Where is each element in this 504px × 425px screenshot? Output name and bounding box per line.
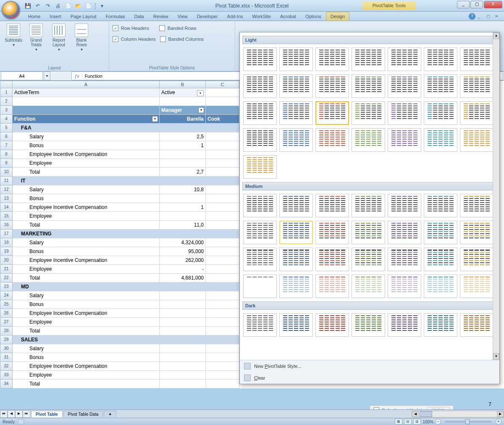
pivot-row-item[interactable]: Total: [13, 274, 160, 282]
pivot-value[interactable]: [160, 371, 206, 380]
cell[interactable]: [206, 177, 239, 185]
style-thumb[interactable]: [352, 248, 385, 271]
banded-rows-checkbox[interactable]: Banded Rows: [159, 25, 197, 31]
style-thumb[interactable]: [388, 48, 421, 71]
pivot-row-item[interactable]: Salary: [13, 238, 160, 247]
cell[interactable]: [206, 88, 239, 97]
row-field-dropdown-icon[interactable]: ▾: [152, 116, 158, 122]
row-header[interactable]: 16: [0, 221, 13, 230]
pivot-row-item[interactable]: Bonus: [13, 194, 160, 203]
prev-sheet-button[interactable]: ◀: [8, 410, 15, 418]
style-thumb[interactable]: [460, 194, 494, 217]
row-header[interactable]: 12: [0, 185, 13, 194]
style-thumb[interactable]: [279, 74, 313, 98]
cell[interactable]: [160, 177, 206, 185]
row-header[interactable]: 5: [0, 124, 13, 132]
cell[interactable]: [206, 256, 239, 265]
clear-style-menu[interactable]: Clear: [240, 372, 499, 384]
pivot-group-marketing[interactable]: MARKETING: [13, 230, 160, 238]
style-thumb[interactable]: [279, 48, 313, 71]
row-header[interactable]: 1: [0, 88, 13, 97]
filter-dropdown-icon[interactable]: ▾: [197, 90, 204, 96]
style-thumb[interactable]: [424, 248, 457, 271]
mdi-restore[interactable]: ▢: [486, 14, 492, 19]
row-header[interactable]: 13: [0, 194, 13, 203]
cell[interactable]: [206, 203, 239, 212]
zoom-slider-thumb[interactable]: [465, 419, 470, 424]
style-thumb[interactable]: [315, 128, 349, 152]
cell[interactable]: [206, 318, 239, 327]
style-thumb[interactable]: [279, 194, 313, 217]
row-header[interactable]: 33: [0, 371, 13, 380]
qat-new[interactable]: 📄: [84, 2, 92, 10]
style-thumb[interactable]: [315, 101, 349, 125]
pivot-value[interactable]: 10,8: [160, 185, 206, 194]
row-header[interactable]: 10: [0, 168, 13, 177]
pivot-value[interactable]: 2,7: [160, 168, 206, 177]
scroll-down-arrow[interactable]: ▼: [493, 353, 499, 360]
tab-page-layout[interactable]: Page Layout: [66, 12, 101, 21]
row-header[interactable]: 26: [0, 309, 13, 318]
sheet-tab-pivot-table[interactable]: Pivot Table: [31, 411, 63, 417]
mdi-close[interactable]: ✕: [495, 14, 501, 19]
row-header[interactable]: 17: [0, 230, 13, 238]
pivot-value[interactable]: 1: [160, 141, 206, 150]
name-box-dropdown[interactable]: ▾: [44, 71, 50, 80]
report-layout-button[interactable]: Report Layout▾: [49, 23, 69, 52]
row-header[interactable]: 14: [0, 203, 13, 212]
style-thumb[interactable]: [460, 74, 494, 98]
row-header[interactable]: 9: [0, 159, 13, 168]
banded-columns-checkbox[interactable]: Banded Columns: [160, 36, 204, 42]
hscroll-left[interactable]: ◀: [412, 411, 419, 417]
row-header[interactable]: 21: [0, 265, 13, 274]
cell[interactable]: [206, 380, 239, 388]
style-thumb[interactable]: [315, 221, 349, 244]
first-sheet-button[interactable]: ⏮: [0, 410, 8, 418]
cell[interactable]: [206, 371, 239, 380]
row-header[interactable]: 31: [0, 353, 13, 362]
zoom-out-button[interactable]: −: [435, 419, 441, 425]
qat-print[interactable]: 🖨: [54, 2, 62, 10]
tab-acrobat[interactable]: Acrobat: [276, 12, 301, 21]
cell[interactable]: [206, 212, 239, 221]
column-field-dropdown-icon[interactable]: ▾: [198, 107, 204, 113]
pivot-row-item[interactable]: Bonus: [13, 300, 160, 309]
style-thumb[interactable]: [460, 48, 494, 71]
qat-save[interactable]: 💾: [24, 2, 32, 10]
row-header[interactable]: 20: [0, 256, 13, 265]
pivot-value[interactable]: [160, 309, 206, 318]
style-thumb[interactable]: [315, 48, 349, 71]
maximize-button[interactable]: ▢: [470, 1, 483, 8]
tab-developer[interactable]: Developer: [192, 12, 222, 21]
style-thumb[interactable]: [352, 313, 385, 337]
row-header[interactable]: 27: [0, 318, 13, 327]
column-field-header[interactable]: Manager▾: [160, 106, 206, 115]
office-button[interactable]: [2, 1, 20, 19]
style-thumb[interactable]: [388, 101, 421, 125]
cell[interactable]: [206, 159, 239, 168]
sheet-tab-pivot-table-data[interactable]: Pivot Table Data: [63, 411, 103, 417]
style-thumb[interactable]: [460, 128, 494, 152]
style-thumb[interactable]: [315, 194, 349, 217]
tab-options[interactable]: Options: [301, 12, 326, 21]
row-header[interactable]: 22: [0, 274, 13, 282]
pivot-row-item[interactable]: Total: [13, 327, 160, 335]
cell[interactable]: [206, 344, 239, 353]
pivot-row-item[interactable]: Total: [13, 168, 160, 177]
cell[interactable]: [206, 353, 239, 362]
pivot-row-item[interactable]: Bonus: [13, 141, 160, 150]
style-thumb[interactable]: [424, 194, 457, 217]
style-thumb[interactable]: [460, 221, 494, 244]
cell[interactable]: [206, 238, 239, 247]
style-thumb[interactable]: [352, 101, 385, 125]
style-thumb[interactable]: [352, 128, 385, 152]
new-sheet-tab[interactable]: ✦: [104, 411, 116, 417]
cell[interactable]: [206, 97, 239, 106]
cell[interactable]: [206, 335, 239, 344]
fx-icon[interactable]: ƒx: [72, 74, 82, 79]
pivot-row-item[interactable]: Employee: [13, 212, 160, 221]
pivot-value[interactable]: 95,000: [160, 247, 206, 256]
qat-preview[interactable]: 📄: [64, 2, 72, 10]
new-pivottable-style-menu[interactable]: New PivotTable Style...: [240, 360, 499, 372]
next-sheet-button[interactable]: ▶: [15, 410, 23, 418]
